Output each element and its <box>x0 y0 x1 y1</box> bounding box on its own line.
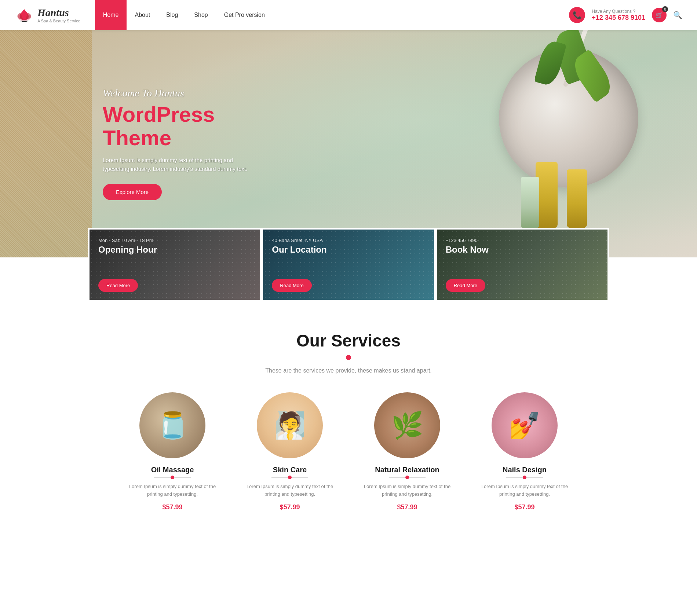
hero-title: WordPress Theme <box>103 103 257 150</box>
services-title: Our Services <box>73 331 624 351</box>
service-relaxation: 🌿 Natural Relaxation Lorem Ipsum is simp… <box>356 392 459 511</box>
hero-content: Welcome To Hantus WordPress Theme Lorem … <box>0 87 257 201</box>
service-name-1: Oil Massage <box>121 466 224 474</box>
services-divider <box>346 355 351 360</box>
service-desc-4: Lorem Ipsum is simply dummy text of the … <box>473 483 576 498</box>
service-img-1: 🫙 <box>139 392 205 458</box>
card-3-title: Book Now <box>446 245 599 255</box>
service-divider-3 <box>389 477 426 478</box>
service-img-4: 💅 <box>492 392 558 458</box>
hero-image-decor <box>477 37 660 250</box>
services-subtitle: These are the services we provide, these… <box>73 367 624 374</box>
card-1-read-more[interactable]: Read More <box>98 279 138 292</box>
info-card-book: +123 456 7890 Book Now Read More <box>435 228 609 301</box>
cart-icon[interactable]: 🛒 0 <box>652 8 667 22</box>
service-img-2: 🧖 <box>257 392 323 458</box>
service-name-4: Nails Design <box>473 466 576 474</box>
service-price-3: $57.99 <box>356 503 459 511</box>
service-price-1: $57.99 <box>121 503 224 511</box>
explore-button[interactable]: Explore More <box>103 184 162 200</box>
card-1-title: Opening Hour <box>98 245 251 255</box>
card-2-subtitle: 40 Baria Sreet, NY USA <box>272 238 425 243</box>
hero-description: Lorem Ipsum is simply dummy text of the … <box>103 156 257 173</box>
nav-shop[interactable]: Shop <box>186 0 216 30</box>
card-1-subtitle: Mon - Sat: 10 Am - 18 Pm <box>98 238 251 243</box>
services-section: Our Services These are the services we p… <box>0 301 697 533</box>
logo[interactable]: Hantus A Spa & Beauty Service <box>15 6 80 25</box>
info-card-location: 40 Baria Sreet, NY USA Our Location Read… <box>262 228 435 301</box>
service-divider-1 <box>154 477 191 478</box>
logo-icon <box>15 6 34 25</box>
service-desc-3: Lorem Ipsum is simply dummy text of the … <box>356 483 459 498</box>
nav-pro[interactable]: Get Pro version <box>216 0 273 30</box>
service-name-2: Skin Care <box>238 466 341 474</box>
phone-icon[interactable]: 📞 <box>569 7 585 23</box>
card-2-title: Our Location <box>272 245 425 255</box>
site-name: Hantus <box>37 7 80 19</box>
service-divider-4 <box>506 477 543 478</box>
info-cards-row: Mon - Sat: 10 Am - 18 Pm Opening Hour Re… <box>0 228 697 301</box>
card-2-read-more[interactable]: Read More <box>272 279 311 292</box>
hero-welcome: Welcome To Hantus <box>103 87 257 99</box>
service-desc-1: Lorem Ipsum is simply dummy text of the … <box>121 483 224 498</box>
service-oil-massage: 🫙 Oil Massage Lorem Ipsum is simply dumm… <box>121 392 224 511</box>
service-name-3: Natural Relaxation <box>356 466 459 474</box>
card-3-subtitle: +123 456 7890 <box>446 238 599 243</box>
nav-right: 📞 Have Any Questions ? +12 345 678 9101 … <box>569 7 682 23</box>
nav-home[interactable]: Home <box>95 0 127 30</box>
nav-blog[interactable]: Blog <box>158 0 186 30</box>
phone-block: Have Any Questions ? +12 345 678 9101 <box>592 9 645 22</box>
header: Hantus A Spa & Beauty Service Home About… <box>0 0 697 30</box>
service-desc-2: Lorem Ipsum is simply dummy text of the … <box>238 483 341 498</box>
hero-section: Welcome To Hantus WordPress Theme Lorem … <box>0 30 697 257</box>
info-card-opening: Mon - Sat: 10 Am - 18 Pm Opening Hour Re… <box>88 228 262 301</box>
card-3-read-more[interactable]: Read More <box>446 279 485 292</box>
phone-number[interactable]: +12 345 678 9101 <box>592 14 645 22</box>
service-price-2: $57.99 <box>238 503 341 511</box>
cart-badge: 0 <box>662 6 668 12</box>
service-divider-2 <box>271 477 308 478</box>
oil-bottle-2 <box>567 169 587 228</box>
oil-bottle-3 <box>521 177 539 228</box>
service-price-4: $57.99 <box>473 503 576 511</box>
search-icon[interactable]: 🔍 <box>673 11 682 19</box>
phone-question: Have Any Questions ? <box>592 9 635 14</box>
site-tagline: A Spa & Beauty Service <box>37 19 80 23</box>
service-skin-care: 🧖 Skin Care Lorem Ipsum is simply dummy … <box>238 392 341 511</box>
services-grid: 🫙 Oil Massage Lorem Ipsum is simply dumm… <box>73 392 624 511</box>
main-nav: Home About Blog Shop Get Pro version <box>95 0 569 30</box>
nav-about[interactable]: About <box>127 0 158 30</box>
service-nails: 💅 Nails Design Lorem Ipsum is simply dum… <box>473 392 576 511</box>
service-img-3: 🌿 <box>374 392 440 458</box>
